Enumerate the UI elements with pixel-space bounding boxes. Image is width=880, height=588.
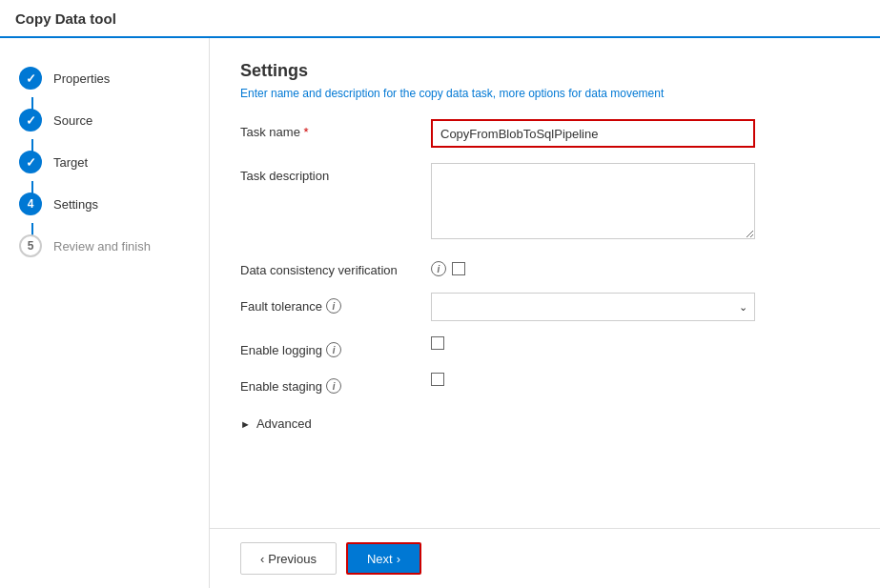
advanced-label: Advanced xyxy=(256,416,312,431)
data-consistency-checkbox-wrapper: i xyxy=(431,261,849,276)
data-consistency-label: Data consistency verification xyxy=(240,257,431,277)
enable-staging-info-icon[interactable]: i xyxy=(326,378,341,394)
next-chevron-icon: › xyxy=(397,552,400,566)
next-button[interactable]: Next › xyxy=(346,542,421,575)
enable-logging-row: Enable logging i xyxy=(240,336,849,357)
step-circle-1 xyxy=(19,67,42,90)
app-header: Copy Data tool xyxy=(0,0,880,38)
task-description-control xyxy=(431,163,849,242)
enable-logging-label: Enable logging i xyxy=(240,336,431,357)
enable-staging-checkbox[interactable] xyxy=(431,373,444,386)
task-description-input[interactable] xyxy=(431,163,755,239)
enable-logging-control xyxy=(431,336,849,353)
sidebar-item-source[interactable]: Source xyxy=(0,99,209,141)
step-circle-3 xyxy=(19,151,42,173)
next-label: Next xyxy=(367,552,393,566)
data-consistency-info-icon[interactable]: i xyxy=(431,261,446,276)
required-marker: * xyxy=(304,125,309,139)
step-circle-2 xyxy=(19,109,42,132)
task-description-label: Task description xyxy=(240,163,431,183)
previous-label: Previous xyxy=(268,552,317,566)
step-label-2: Source xyxy=(53,113,92,128)
data-consistency-row: Data consistency verification i xyxy=(240,257,849,277)
step-label-4: Settings xyxy=(53,197,98,212)
task-name-label: Task name * xyxy=(240,119,431,139)
previous-button[interactable]: ‹ Previous xyxy=(240,542,337,575)
step-circle-5: 5 xyxy=(19,234,42,257)
step-label-5: Review and finish xyxy=(53,239,151,253)
main-container: Properties Source Target 4 Settings 5 Re… xyxy=(0,38,880,588)
data-consistency-checkbox[interactable] xyxy=(452,262,465,275)
step-label-1: Properties xyxy=(53,71,110,86)
fault-tolerance-row: Fault tolerance i ⌄ xyxy=(240,293,849,321)
enable-staging-control xyxy=(431,373,849,389)
task-name-control xyxy=(431,119,849,148)
content-area: Settings Enter name and description for … xyxy=(210,38,880,588)
enable-logging-checkbox[interactable] xyxy=(431,336,444,350)
enable-staging-label: Enable staging i xyxy=(240,373,431,394)
sidebar: Properties Source Target 4 Settings 5 Re… xyxy=(0,38,210,588)
sidebar-item-properties[interactable]: Properties xyxy=(0,57,209,99)
enable-logging-info-icon[interactable]: i xyxy=(326,342,341,357)
step-circle-4: 4 xyxy=(19,193,42,215)
task-name-row: Task name * xyxy=(240,119,849,148)
fault-tolerance-select-wrapper: ⌄ xyxy=(431,293,755,321)
data-consistency-control: i xyxy=(431,257,849,276)
section-subtitle: Enter name and description for the copy … xyxy=(240,87,849,100)
sidebar-item-review[interactable]: 5 Review and finish xyxy=(0,225,209,267)
advanced-row[interactable]: ► Advanced xyxy=(240,416,849,431)
sidebar-item-settings[interactable]: 4 Settings xyxy=(0,183,209,225)
task-name-input[interactable] xyxy=(431,119,755,148)
fault-tolerance-info-icon[interactable]: i xyxy=(326,298,341,314)
fault-tolerance-label: Fault tolerance i xyxy=(240,293,431,314)
fault-tolerance-control: ⌄ xyxy=(431,293,849,321)
enable-staging-row: Enable staging i xyxy=(240,373,849,394)
chevron-right-icon: ► xyxy=(240,418,251,430)
app-title: Copy Data tool xyxy=(15,10,116,27)
section-title: Settings xyxy=(240,61,849,81)
previous-chevron-icon: ‹ xyxy=(260,552,264,566)
sidebar-item-target[interactable]: Target xyxy=(0,141,209,183)
task-description-row: Task description xyxy=(240,163,849,242)
fault-tolerance-select[interactable] xyxy=(431,293,755,321)
footer: ‹ Previous Next › xyxy=(210,528,880,588)
step-label-3: Target xyxy=(53,155,88,170)
